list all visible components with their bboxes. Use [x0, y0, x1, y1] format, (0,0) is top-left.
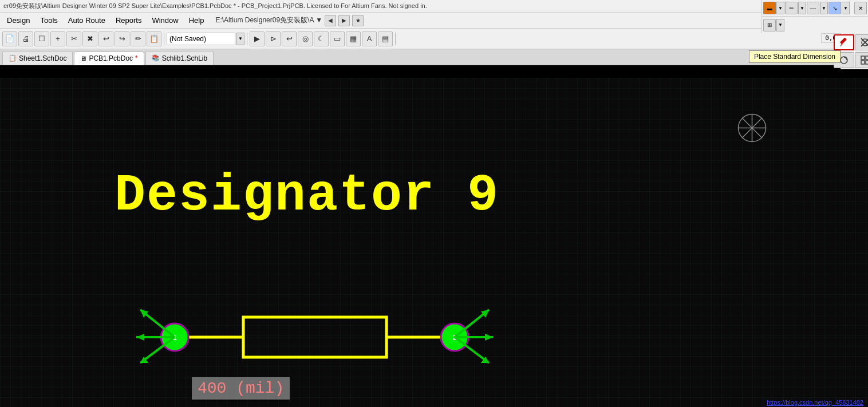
tb-sep2 — [247, 33, 247, 45]
tb-new[interactable]: 📄 — [2, 31, 17, 46]
grid-icon — [860, 55, 868, 65]
tb-grid[interactable]: ▦ — [346, 31, 361, 46]
tab-lib-label: Schlib1.SchLib — [162, 54, 207, 62]
tab-schlib[interactable]: 📚 Schlib1.SchLib — [145, 51, 214, 65]
rt-pencil-btn[interactable] — [834, 34, 854, 50]
menu-autoroute[interactable]: Auto Route — [64, 15, 110, 26]
tb-pen[interactable]: ✏ — [131, 31, 145, 46]
ct-zoom-dropdown[interactable]: ▼ — [776, 19, 784, 31]
svg-rect-26 — [840, 38, 847, 45]
tabbar: 📋 Sheet1.SchDoc 🖥 PCB1.PcbDoc * 📚 Schlib… — [0, 49, 868, 65]
bottom-url[interactable]: https://blog.csdn.net/qq_45831482 — [767, 399, 863, 406]
toolbar: 📄 🖨 ☐ + ✂ ✖ ↩ ↪ ✏ 📋 ▼ ▶ ⊳ ↩ ◎ ☾ ▭ ▦ A ▤ … — [0, 29, 868, 49]
tb-arc[interactable]: ☾ — [314, 31, 329, 46]
rt-grid-btn[interactable] — [855, 52, 868, 68]
designator-label: Designator 9 — [115, 167, 499, 225]
menu-tools[interactable]: Tools — [35, 15, 62, 26]
tb-step[interactable]: ⊳ — [266, 31, 281, 46]
dimension-label: 400 (mil) — [192, 377, 290, 400]
tab-pcb-icon: 🖥 — [80, 55, 86, 62]
ct-line-dropdown[interactable]: ▼ — [776, 2, 784, 14]
svg-point-32 — [841, 57, 847, 64]
tb-undo2[interactable]: ↩ — [282, 31, 297, 46]
tooltip: Place Standard Dimension — [749, 50, 841, 63]
right-toolbar — [841, 33, 868, 69]
tb-cut[interactable]: ✂ — [66, 31, 81, 46]
titlebar: er09免安装版\Altium Designer Winter 09 SP2 S… — [0, 0, 868, 13]
tab-sch-label: Sheet1.SchDoc — [19, 54, 66, 62]
svg-rect-33 — [861, 56, 865, 60]
tb-sep1 — [164, 33, 164, 45]
titlebar-text: er09免安装版\Altium Designer Winter 09 SP2 S… — [3, 2, 427, 10]
canvas-area[interactable]: Designator 9 1 2 400 (mil) — [0, 78, 868, 407]
tb-cut2[interactable]: ✖ — [82, 31, 97, 46]
ct-arrow[interactable]: ↘ — [828, 2, 841, 14]
tb-table[interactable]: ▤ — [378, 31, 393, 46]
ct-close[interactable]: ✕ — [854, 2, 867, 14]
ct-zoom-fit[interactable]: ⊞ — [763, 19, 776, 31]
svg-line-28 — [840, 45, 841, 46]
rt-cross-btn[interactable] — [855, 34, 868, 50]
corner-toolbar-row1: ▬ ▼ ═ ▼ — ▼ ↘ ▼ ✕ — [762, 0, 868, 17]
ct-arrow-dropdown[interactable]: ▼ — [842, 2, 850, 14]
ct-width[interactable]: ═ — [785, 2, 798, 14]
ct-dash[interactable]: — — [807, 2, 819, 14]
path-text: E:\Altium Designer09免安装版\A ▼ — [215, 15, 322, 25]
pencil-icon — [839, 37, 849, 48]
menubar: Design Tools Auto Route Reports Window H… — [0, 13, 868, 29]
tb-dropdown[interactable]: ▼ — [236, 33, 244, 45]
menu-help[interactable]: Help — [184, 15, 209, 26]
tab-pcb[interactable]: 🖥 PCB1.PcbDoc * — [74, 52, 144, 65]
tab-sch-icon: 📋 — [9, 54, 17, 62]
corner-toolbar: ▬ ▼ ═ ▼ — ▼ ↘ ▼ ✕ ⊞ ▼ 0,0 — [762, 0, 868, 33]
tb-doc-name[interactable] — [167, 33, 235, 45]
tb-circle[interactable]: ◎ — [298, 31, 313, 46]
cross-icon — [860, 37, 868, 48]
menu-design[interactable]: Design — [2, 15, 34, 26]
nav-forward[interactable]: ▶ — [338, 15, 350, 26]
tab-schematic[interactable]: 📋 Sheet1.SchDoc — [2, 51, 73, 65]
tb-rect2[interactable]: ▭ — [330, 31, 345, 46]
tb-undo[interactable]: ↩ — [98, 31, 113, 46]
tab-lib-icon: 📚 — [152, 54, 160, 62]
tab-pcb-label: PCB1.PcbDoc — [89, 54, 133, 62]
corner-toolbar-row2: ⊞ ▼ 0,0 — [762, 17, 868, 33]
ct-width-dropdown[interactable]: ▼ — [798, 2, 806, 14]
nav-up[interactable]: ★ — [352, 15, 364, 26]
tb-redo[interactable]: ↪ — [115, 31, 129, 46]
svg-rect-36 — [866, 61, 868, 64]
tb-rect[interactable]: ☐ — [34, 31, 49, 46]
tooltip-text: Place Standard Dimension — [754, 53, 835, 61]
path-bar: E:\Altium Designer09免安装版\A ▼ ◀ ▶ ★ — [215, 15, 364, 26]
tb-sep3 — [395, 33, 396, 45]
tb-clip[interactable]: 📋 — [147, 31, 161, 46]
tb-print[interactable]: 🖨 — [18, 31, 33, 46]
svg-rect-34 — [866, 56, 868, 60]
menu-reports[interactable]: Reports — [111, 15, 147, 26]
nav-back[interactable]: ◀ — [325, 15, 336, 26]
ct-dash-dropdown[interactable]: ▼ — [820, 2, 828, 14]
tb-play[interactable]: ▶ — [250, 31, 265, 46]
tb-text[interactable]: A — [362, 31, 377, 46]
svg-rect-35 — [861, 61, 865, 64]
cursor-crosshair — [736, 112, 768, 144]
tb-add[interactable]: + — [50, 31, 65, 46]
ct-line-color[interactable]: ▬ — [763, 2, 776, 14]
tab-pcb-modified: * — [135, 54, 138, 62]
menu-window[interactable]: Window — [147, 15, 183, 26]
